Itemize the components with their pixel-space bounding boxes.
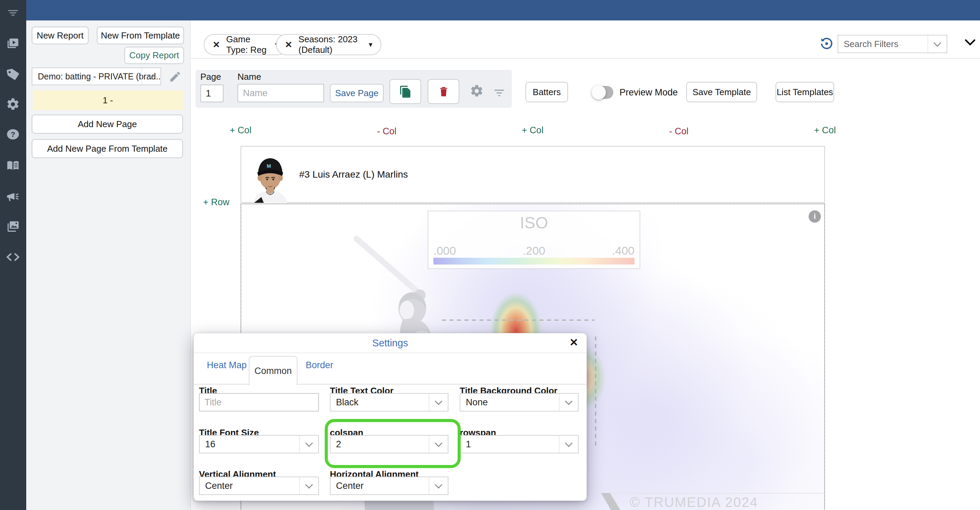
legend-tick-max: .400 — [612, 244, 635, 257]
trash-icon — [438, 86, 450, 98]
settings-modal: Settings ✕ Heat Map Common Border Title … — [194, 333, 587, 501]
heatmap-legend: ISO .000 .200 .400 — [428, 211, 640, 269]
copy-report-button[interactable]: Copy Report — [124, 47, 184, 64]
title-text-color-select[interactable]: Black — [330, 393, 449, 411]
preview-mode-label: Preview Mode — [619, 87, 678, 98]
horizontal-alignment-select[interactable]: Center — [330, 477, 449, 495]
batters-button[interactable]: Batters — [525, 82, 568, 102]
filter-history-icon[interactable] — [819, 36, 834, 51]
player-header-card: M #3 Luis Arraez (L) Marlins — [240, 146, 825, 203]
title-field-input[interactable] — [199, 393, 319, 411]
tab-common[interactable]: Common — [249, 356, 298, 385]
edit-report-pencil-icon[interactable] — [169, 70, 181, 83]
megaphone-icon[interactable] — [5, 188, 21, 204]
filter-chip-game-type[interactable]: ✕ Game Type: Reg ▾ — [204, 34, 288, 55]
tag-icon[interactable] — [5, 66, 21, 83]
video-library-icon[interactable] — [5, 35, 21, 51]
legend-tick-mid: .200 — [523, 244, 545, 257]
legend-tick-min: .000 — [433, 244, 456, 257]
title-font-size-value: 16 — [205, 439, 215, 449]
save-template-button[interactable]: Save Template — [686, 82, 757, 102]
add-new-page-button[interactable]: Add New Page — [32, 115, 183, 134]
title-background-color-value: None — [466, 397, 488, 408]
chevron-down-icon[interactable]: ▾ — [369, 40, 372, 49]
page-list-item-active[interactable]: 1 - — [33, 90, 183, 110]
player-photo: M — [248, 147, 292, 203]
svg-text:M: M — [267, 163, 271, 169]
remove-column-button[interactable]: - Col — [377, 126, 396, 137]
remove-filter-icon[interactable]: ✕ — [213, 40, 220, 50]
add-row-button[interactable]: + Row — [203, 197, 229, 207]
chevron-down-icon — [559, 436, 578, 453]
add-column-button[interactable]: + Col — [230, 125, 251, 135]
filter-chip-label: Seasons: 2023 (Default) — [299, 34, 363, 55]
modal-title: Settings — [194, 338, 586, 349]
filter-chip-seasons[interactable]: ✕ Seasons: 2023 (Default) ▾ — [276, 34, 381, 55]
title-text-color-value: Black — [336, 397, 358, 408]
page-settings-gear-icon[interactable] — [469, 84, 484, 98]
chevron-down-icon — [429, 394, 448, 411]
save-page-button[interactable]: Save Page — [330, 84, 384, 102]
filter-bar-divider — [191, 58, 980, 59]
rowspan-value: 1 — [466, 439, 471, 449]
remove-filter-icon[interactable]: ✕ — [285, 40, 293, 50]
report-selector-chevron-icon[interactable] — [142, 68, 161, 84]
filter-menu-icon[interactable] — [5, 4, 21, 21]
vertical-alignment-select[interactable]: Center — [199, 477, 319, 495]
delete-page-button[interactable] — [428, 79, 459, 104]
title-font-size-select[interactable]: 16 — [199, 435, 319, 453]
chevron-down-icon — [559, 394, 578, 411]
strike-zone-top-line — [442, 319, 595, 321]
close-icon[interactable]: ✕ — [570, 336, 578, 349]
chevron-down-icon — [299, 436, 318, 453]
svg-text:?: ? — [11, 130, 15, 139]
search-filters-chevron-icon[interactable] — [928, 35, 947, 53]
info-icon[interactable]: i — [808, 210, 821, 223]
remove-column-button[interactable]: - Col — [669, 126, 688, 137]
chevron-down-icon — [429, 436, 448, 453]
watermark-text: © TRUMEDIA 2024 — [630, 495, 758, 510]
vertical-alignment-value: Center — [205, 481, 233, 491]
book-icon[interactable] — [5, 158, 21, 174]
rowspan-select[interactable]: 1 — [460, 435, 579, 453]
add-column-button[interactable]: + Col — [522, 125, 544, 135]
tab-border[interactable]: Border — [305, 360, 333, 371]
code-icon[interactable] — [5, 249, 21, 265]
report-panel: New Report New From Template Copy Report… — [26, 21, 191, 510]
page-number-input[interactable] — [200, 84, 224, 102]
add-new-page-from-template-button[interactable]: Add New Page From Template — [32, 139, 183, 158]
new-report-button[interactable]: New Report — [32, 27, 89, 44]
help-icon[interactable]: ? — [5, 126, 21, 142]
duplicate-page-button[interactable] — [390, 79, 421, 104]
tab-heat-map[interactable]: Heat Map — [207, 360, 247, 371]
modal-header-divider — [194, 352, 586, 353]
legend-gradient-bar — [433, 258, 635, 265]
new-from-template-button[interactable]: New From Template — [97, 27, 184, 44]
search-filters-placeholder: Search Filters — [844, 39, 898, 49]
list-templates-button[interactable]: List Templates — [776, 82, 834, 102]
strike-zone-right-line — [595, 336, 596, 446]
preview-mode-toggle[interactable] — [592, 86, 613, 99]
page-name-input[interactable] — [237, 84, 324, 102]
app-sidebar: ? — [0, 0, 26, 510]
legend-title: ISO — [428, 214, 640, 232]
settings-gear-icon[interactable] — [5, 96, 21, 113]
horizontal-alignment-value: Center — [336, 481, 364, 491]
copy-icon — [399, 85, 412, 98]
media-gallery-icon[interactable] — [5, 218, 21, 234]
title-background-color-select[interactable]: None — [460, 393, 579, 411]
watermark-rule — [603, 493, 825, 494]
chevron-down-icon — [299, 477, 318, 494]
colspan-value: 2 — [336, 439, 341, 449]
player-name: #3 Luis Arraez (L) Marlins — [299, 147, 408, 202]
report-selector[interactable]: Demo: batting - PRIVATE (brad... — [32, 67, 161, 85]
search-filters-input[interactable]: Search Filters — [838, 35, 947, 53]
colspan-select[interactable]: 2 — [330, 435, 449, 453]
toggle-knob — [592, 85, 606, 100]
filter-chip-label: Game Type: Reg — [226, 34, 269, 55]
collapse-filters-chevron-icon[interactable] — [964, 38, 976, 47]
trumedia-logo — [601, 493, 628, 510]
add-column-button[interactable]: + Col — [814, 125, 836, 135]
page-filter-icon[interactable] — [493, 86, 506, 99]
app-root: ? New Report New From Template Copy Repo… — [0, 0, 980, 510]
